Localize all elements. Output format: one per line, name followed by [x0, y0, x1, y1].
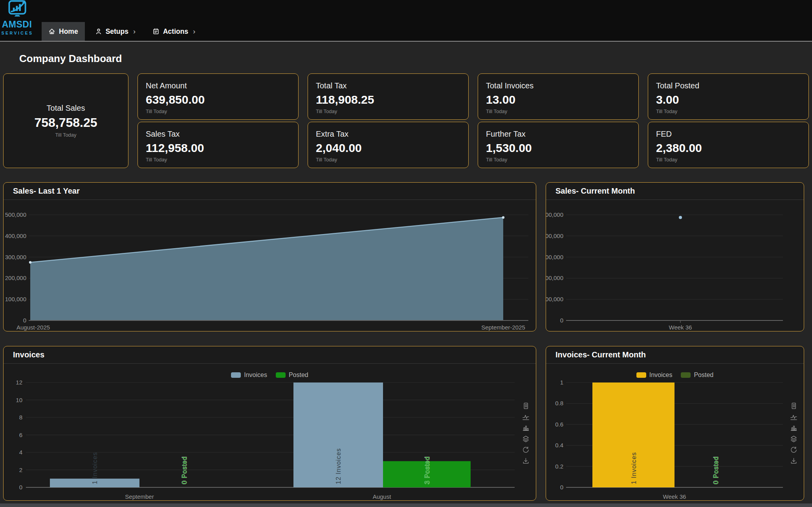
- tasks-icon: [152, 28, 159, 35]
- legend-label: Posted: [694, 372, 713, 379]
- kpi-sublabel: Till Today: [55, 132, 76, 138]
- restore-icon[interactable]: [522, 446, 530, 454]
- legend-label: Invoices: [244, 372, 267, 379]
- svg-text:0.4: 0.4: [555, 442, 563, 448]
- kpi-card-fed: FED 2,380.00 Till Today: [648, 122, 809, 168]
- svg-text:0.2: 0.2: [555, 463, 563, 470]
- legend-item-invoices[interactable]: Invoices: [231, 372, 267, 379]
- svg-text:0: 0: [560, 484, 563, 491]
- top-nav-bar: AMSDI SERVICES Home Setups › Actions ›: [0, 0, 812, 42]
- bar-chart-icon[interactable]: [790, 424, 797, 432]
- panel-title: Invoices- Current Month: [555, 350, 646, 359]
- svg-text:8: 8: [19, 414, 22, 421]
- legend-item-invoices[interactable]: Invoices: [636, 372, 673, 379]
- legend-item-posted[interactable]: Posted: [276, 372, 308, 379]
- svg-text:6: 6: [19, 432, 22, 438]
- nav-tab-label: Actions: [163, 27, 188, 36]
- kpi-value: 118,908.25: [316, 93, 460, 106]
- svg-text:0: 0: [560, 317, 563, 324]
- kpi-value: 1,530.00: [486, 141, 631, 155]
- svg-text:0 Posted: 0 Posted: [713, 456, 719, 484]
- svg-text:200,000: 200,000: [5, 275, 26, 281]
- kpi-card-total-posted: Total Posted 3.00 Till Today: [648, 73, 809, 120]
- kpi-label: Sales Tax: [146, 130, 290, 139]
- brand-tagline: SERVICES: [2, 31, 33, 35]
- line-chart-icon[interactable]: [522, 413, 530, 421]
- sales-last-year-chart: 0100,000200,000300,000400,000500,000Augu…: [4, 183, 536, 331]
- kpi-value: 112,958.00: [146, 141, 290, 155]
- chevron-right-icon: ›: [193, 27, 195, 36]
- data-view-icon[interactable]: [790, 402, 797, 410]
- panel-title: Invoices: [13, 350, 44, 359]
- chart-toolbox: [522, 402, 530, 465]
- svg-text:0.6: 0.6: [555, 421, 563, 428]
- kpi-label: Total Posted: [656, 81, 801, 90]
- svg-text:3 Posted: 3 Posted: [424, 456, 431, 484]
- svg-text:0 Posted: 0 Posted: [181, 456, 188, 484]
- brand-name: AMSDI: [2, 19, 32, 30]
- kpi-sublabel: Till Today: [146, 108, 290, 114]
- app-logo[interactable]: AMSDI SERVICES: [0, 0, 36, 41]
- nav-tab-label: Setups: [106, 27, 128, 36]
- kpi-sublabel: Till Today: [316, 108, 460, 114]
- svg-text:August-2025: August-2025: [16, 324, 50, 331]
- svg-text:September-2025: September-2025: [481, 324, 525, 331]
- svg-text:400,000: 400,000: [5, 232, 26, 239]
- panel-sales-current-month: Sales- Current Month 0100,000200,000300,…: [546, 182, 804, 331]
- svg-text:0.8: 0.8: [555, 400, 563, 406]
- kpi-label: FED: [656, 130, 801, 139]
- chart-legend: InvoicesPosted: [546, 372, 804, 379]
- kpi-value: 639,850.00: [146, 93, 290, 106]
- panel-invoices-current-month: Invoices- Current Month InvoicesPosted 0…: [546, 346, 804, 501]
- kpi-sublabel: Till Today: [656, 157, 801, 163]
- svg-text:12: 12: [16, 379, 22, 386]
- invoices-current-month-chart: 00.20.40.60.811 Invoices0 PostedWeek 36: [546, 346, 804, 501]
- page-title: Company Dashboard: [19, 53, 812, 65]
- kpi-label: Total Tax: [316, 81, 460, 90]
- kpi-label: Total Sales: [47, 104, 85, 113]
- bar-chart-icon[interactable]: [522, 424, 530, 432]
- kpi-card-total-tax: Total Tax 118,908.25 Till Today: [308, 73, 469, 120]
- horizontal-scrollbar[interactable]: [0, 503, 812, 507]
- svg-text:500,000: 500,000: [546, 211, 563, 218]
- legend-swatch: [231, 372, 241, 378]
- svg-text:400,000: 400,000: [546, 232, 563, 239]
- kpi-card-extra-tax: Extra Tax 2,040.00 Till Today: [308, 122, 469, 168]
- download-icon[interactable]: [522, 457, 530, 465]
- legend-item-posted[interactable]: Posted: [681, 372, 713, 379]
- legend-swatch: [636, 372, 646, 378]
- legend-label: Posted: [289, 372, 308, 379]
- nav-tab-home[interactable]: Home: [42, 22, 85, 41]
- data-view-icon[interactable]: [522, 402, 530, 410]
- nav-tab-actions[interactable]: Actions ›: [146, 22, 202, 41]
- legend-swatch: [276, 372, 286, 378]
- kpi-value: 2,040.00: [316, 141, 460, 155]
- kpi-sublabel: Till Today: [656, 108, 801, 114]
- kpi-label: Further Tax: [486, 130, 631, 139]
- svg-text:100,000: 100,000: [546, 296, 563, 302]
- svg-text:500,000: 500,000: [5, 211, 26, 218]
- kpi-sublabel: Till Today: [146, 157, 290, 163]
- amsdi-logo-icon: [7, 0, 29, 20]
- stack-icon[interactable]: [522, 435, 530, 443]
- svg-text:1: 1: [560, 379, 563, 386]
- chart-legend: InvoicesPosted: [4, 372, 536, 379]
- panel-title: Sales- Current Month: [555, 187, 635, 196]
- svg-text:200,000: 200,000: [546, 275, 563, 281]
- main-nav: Home Setups › Actions ›: [42, 22, 202, 41]
- kpi-label: Extra Tax: [316, 130, 460, 139]
- svg-text:Week 36: Week 36: [669, 324, 692, 331]
- nav-tab-label: Home: [59, 27, 78, 36]
- line-chart-icon[interactable]: [790, 413, 797, 421]
- kpi-value: 758,758.25: [34, 115, 97, 130]
- kpi-sublabel: Till Today: [486, 157, 631, 163]
- chart-toolbox: [790, 402, 797, 465]
- nav-tab-setups[interactable]: Setups ›: [88, 22, 142, 41]
- svg-text:300,000: 300,000: [5, 254, 26, 260]
- svg-text:12 Invoices: 12 Invoices: [335, 448, 342, 484]
- kpi-value: 2,380.00: [656, 141, 801, 155]
- stack-icon[interactable]: [790, 435, 797, 443]
- download-icon[interactable]: [790, 457, 797, 465]
- kpi-card-total-invoices: Total Invoices 13.00 Till Today: [478, 73, 639, 120]
- restore-icon[interactable]: [790, 446, 797, 454]
